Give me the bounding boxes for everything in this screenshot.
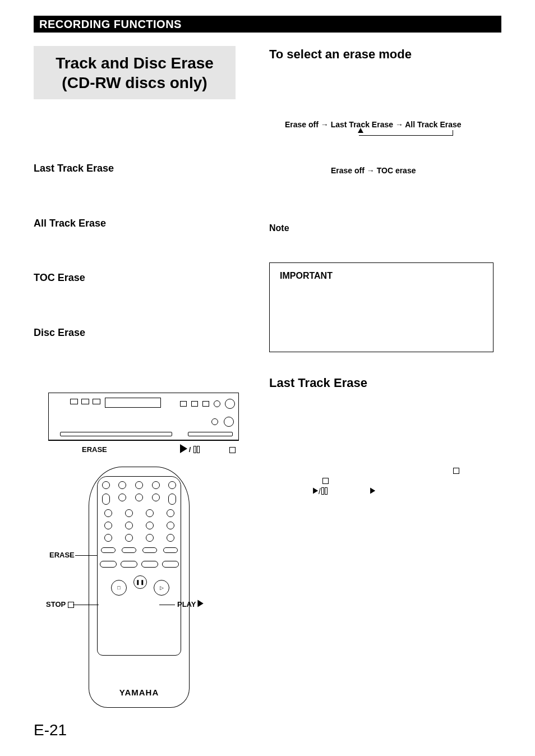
last-track-erase-procedure-heading: Last Track Erase bbox=[269, 376, 367, 390]
front-panel-stop-label bbox=[229, 445, 236, 454]
important-callout-box: IMPORTANT bbox=[269, 262, 494, 352]
leader-line bbox=[75, 555, 98, 556]
feature-title-line1: Track and Disc Erase bbox=[56, 53, 214, 73]
section-header: RECORDING FUNCTIONS bbox=[34, 16, 501, 33]
leader-line bbox=[73, 605, 99, 605]
feature-title-line2: (CD-RW discs only) bbox=[62, 73, 207, 93]
remote-play-button-icon: ▷ bbox=[154, 580, 169, 596]
remote-play-label: PLAY bbox=[177, 600, 204, 609]
remote-erase-label: ERASE bbox=[49, 551, 75, 559]
remote-stop-label: STOP bbox=[46, 600, 74, 609]
heading-last-track-erase: Last Track Erase bbox=[34, 163, 114, 174]
remote-pause-button-icon: ❚❚ bbox=[133, 575, 147, 589]
front-panel-illustration bbox=[48, 393, 239, 441]
play-pause-icon: / bbox=[313, 487, 328, 496]
play-icon bbox=[370, 487, 376, 496]
stop-icon bbox=[453, 465, 459, 474]
heading-disc-erase: Disc Erase bbox=[34, 327, 85, 339]
select-erase-mode-heading: To select an erase mode bbox=[269, 47, 412, 62]
heading-toc-erase: TOC Erase bbox=[34, 272, 85, 284]
heading-all-track-erase: All Track Erase bbox=[34, 218, 106, 229]
remote-control-illustration: □ ❚❚ ▷ YAMAHA bbox=[89, 467, 190, 708]
erase-mode-cycle-diagram-2: Erase off → TOC erase bbox=[331, 166, 416, 175]
front-panel-playpause-label: / bbox=[181, 445, 200, 455]
front-panel-erase-label: ERASE bbox=[82, 445, 107, 454]
page-number: E-21 bbox=[34, 721, 67, 739]
erase-mode-cycle-diagram-1: Erase off → Last Track Erase → All Track… bbox=[285, 120, 462, 129]
important-label: IMPORTANT bbox=[280, 271, 483, 281]
leader-line bbox=[159, 605, 175, 605]
feature-title-box: Track and Disc Erase (CD-RW discs only) bbox=[34, 46, 236, 99]
note-label: Note bbox=[269, 223, 289, 233]
cycle-return-arrow bbox=[359, 130, 453, 136]
remote-stop-button-icon: □ bbox=[111, 580, 127, 596]
remote-brand-label: YAMAHA bbox=[89, 688, 189, 697]
stop-icon bbox=[322, 476, 329, 485]
